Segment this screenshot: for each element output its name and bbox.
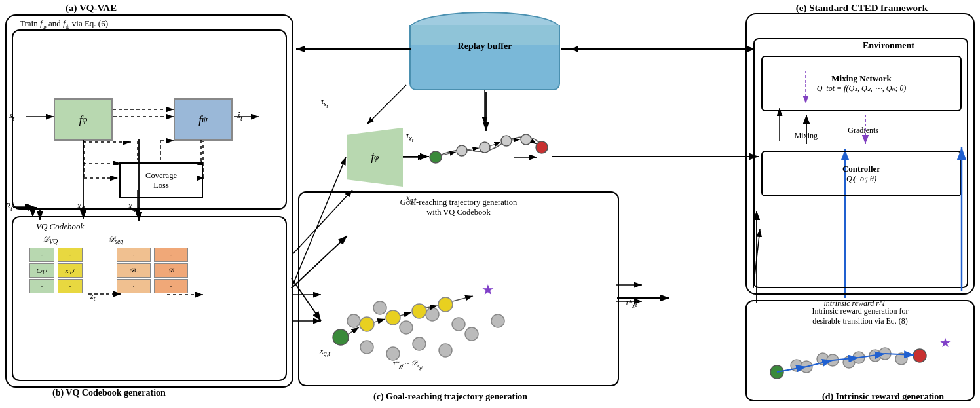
svg-point-60 [386, 310, 400, 325]
blue-up-arrow [955, 144, 968, 295]
f-phi-top: fφ [54, 98, 113, 141]
zt-dashed-arrow [87, 289, 123, 299]
environment-label: Environment [863, 41, 914, 51]
intrinsic-traj-vis: ★ [757, 326, 967, 395]
tau-s-t-label: τst [321, 97, 328, 109]
svg-text:★: ★ [939, 335, 951, 350]
svg-point-58 [333, 329, 349, 345]
section-e-label: (e) Standard CTED framework [796, 3, 928, 14]
svg-point-37 [457, 145, 467, 156]
fphi-to-fpsi-dashed [111, 98, 177, 121]
replay-right-arrow [560, 45, 757, 54]
xt-to-codebook-arrow [134, 138, 144, 223]
svg-point-53 [386, 347, 400, 360]
svg-line-20 [367, 85, 406, 124]
goal-to-intrinsic-arrow [616, 288, 671, 308]
intrinsic-desc: Intrinsic reward generation fordesirable… [752, 306, 968, 326]
section-b-label: (b) VQ Codebook generation [52, 388, 166, 398]
svg-line-64 [349, 327, 359, 334]
svg-point-54 [413, 337, 426, 350]
s-t-label: st [9, 110, 14, 122]
train-label: Train fφ and fψ via Eq. (6) [20, 18, 108, 30]
xqt-to-goal-arrow [288, 275, 328, 327]
traj-to-cted-arrow [550, 152, 760, 162]
D-VQ-label: 𝒟VQ [43, 234, 58, 245]
s-hat-label: ŝt [237, 110, 242, 122]
svg-point-50 [426, 308, 439, 321]
D-tau-col: · 𝒟τ · [154, 248, 188, 293]
svg-line-43 [467, 148, 479, 150]
svg-point-49 [400, 321, 413, 334]
svg-point-51 [452, 318, 465, 331]
tau-chi-t-label: τχt [406, 131, 413, 143]
codebook-green-col: · Cq,t · [29, 248, 54, 293]
svg-line-68 [453, 296, 473, 301]
svg-point-36 [430, 151, 442, 163]
replay-buffer-label: Replay buffer [409, 41, 560, 52]
fpsi-to-coverage-dashed [193, 139, 210, 165]
svg-point-48 [373, 301, 386, 314]
svg-point-39 [501, 136, 512, 146]
tau-chi-to-traj [402, 152, 431, 162]
controller-formula: Qᵢ(·|oᵢ; θ) [846, 174, 876, 184]
Rt-arrow [12, 203, 38, 213]
tau-star-label: τ*χt ~ 𝒟τχt [393, 359, 423, 371]
svg-point-38 [480, 142, 490, 153]
svg-point-56 [465, 327, 478, 341]
Rt-vert-arrow [35, 208, 45, 221]
svg-line-94 [292, 278, 321, 321]
diagram-container: (a) VQ-VAE Train fφ and fψ via Eq. (6) s… [0, 0, 980, 408]
svg-point-61 [412, 304, 426, 318]
D-C-col: · 𝒟C · [117, 248, 151, 293]
svg-point-57 [491, 314, 504, 327]
controller-label: Controller [842, 164, 880, 174]
svg-point-52 [360, 341, 373, 354]
svg-line-65 [374, 319, 385, 322]
goal-reaching-desc: Goal-reaching trajectory generationwith … [314, 198, 603, 217]
replay-left-arrow [295, 45, 413, 54]
f-phi-mid: fφ [347, 128, 403, 187]
svg-text:xq,t: xq,t [319, 346, 330, 357]
mixing-arrow [793, 111, 820, 147]
svg-line-46 [531, 141, 537, 144]
svg-point-41 [536, 141, 548, 153]
D-seq-label: 𝒟seq [108, 234, 123, 245]
fphi-to-codebook-arrow [79, 139, 88, 221]
replay-buffer-cylinder: Replay buffer [409, 12, 560, 90]
svg-point-59 [360, 317, 374, 331]
codebook-yellow-col: · xq,t · [58, 248, 83, 293]
coverage-loss-box: CoverageLoss [119, 162, 203, 198]
svg-point-40 [521, 134, 531, 145]
section-c-label: (c) Goal-reaching trajectory generation [373, 392, 527, 402]
replay-down-arrow [481, 90, 491, 133]
svg-line-66 [400, 312, 411, 316]
svg-point-47 [347, 314, 360, 327]
svg-point-62 [438, 297, 453, 312]
mixing-network-label: Mixing Network [831, 73, 891, 84]
controller-box: Controller Qᵢ(·|oᵢ; θ) [761, 151, 962, 196]
svg-point-83 [913, 349, 926, 362]
intrinsic-to-cted-arrow [752, 210, 762, 305]
section-d-label: (d) Intrinsic reward generation [822, 392, 944, 402]
svg-point-55 [439, 344, 452, 357]
vq-codebook-label: VQ Codebook [36, 221, 84, 232]
svg-line-45 [512, 139, 520, 140]
mixing-network-box: Mixing Network Q_tot = f(Q₁, Q₂, ⋯, Qₙ; … [761, 56, 962, 111]
svg-text:★: ★ [481, 282, 495, 298]
gradients-arrow [846, 111, 885, 147]
section-a-label: (a) VQ-VAE [66, 3, 117, 14]
mixing-network-formula: Q_tot = f(Q₁, Q₂, ⋯, Qₙ; θ) [817, 84, 907, 94]
f-psi-box: fψ [174, 98, 233, 141]
